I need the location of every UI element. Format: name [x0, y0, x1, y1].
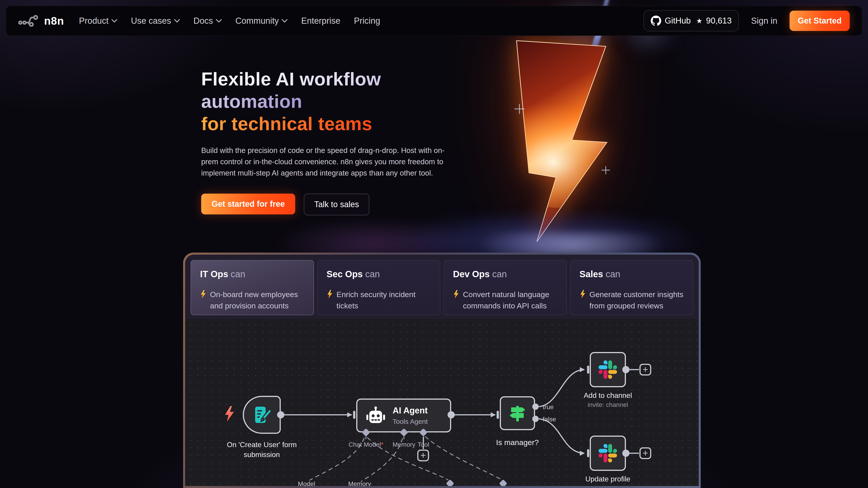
nav-item-use-cases[interactable]: Use cases [131, 16, 180, 26]
signpost-icon [507, 403, 528, 423]
workflow-panel-inner: IT Ops can On-board new employees and pr… [185, 255, 699, 486]
nav-item-docs[interactable]: Docs [193, 16, 222, 26]
chevron-down-icon [282, 19, 287, 23]
chevron-down-icon [174, 19, 180, 23]
use-case-card-sec-ops[interactable]: Sec Ops can Enrich security incident tic… [317, 260, 440, 315]
slack-update-profile-node[interactable] [590, 435, 626, 471]
nav-item-product[interactable]: Product [79, 16, 117, 26]
robot-icon [365, 406, 386, 425]
bolt-icon [580, 290, 586, 298]
connector-label-memory: Memory [393, 441, 415, 448]
trigger-bolt-icon [223, 406, 235, 422]
if-node[interactable] [500, 396, 535, 430]
github-label: GitHub [665, 16, 691, 26]
star-icon: ★ [696, 17, 703, 25]
use-case-tabs: IT Ops can On-board new employees and pr… [191, 260, 693, 315]
slack-bottom-label: Update profile [585, 474, 630, 484]
bottom-label-model: Model [298, 480, 315, 486]
use-case-card-it-ops[interactable]: IT Ops can On-board new employees and pr… [191, 260, 314, 315]
add-node-button[interactable]: + [640, 447, 651, 459]
workflow-panel: IT Ops can On-board new employees and pr… [183, 253, 701, 488]
lightning-bolt-image [500, 34, 626, 246]
card-title: Sales can [580, 269, 684, 279]
hero-title-line1: Flexible AI workflow automation [201, 69, 381, 111]
slack-icon [598, 444, 617, 462]
github-stars-button[interactable]: GitHub ★ 90,613 [644, 10, 739, 31]
hero-section: Flexible AI workflow automation for tech… [201, 68, 459, 215]
required-marker: * [381, 441, 383, 448]
hero-description: Build with the precision of code or the … [201, 145, 446, 179]
if-node-label: Is manager? [496, 437, 539, 447]
branch-label-true: true [543, 403, 554, 411]
branch-label-false: false [543, 416, 556, 423]
bolt-icon [327, 290, 333, 298]
agent-node-subtitle: Tools Agent [393, 418, 428, 425]
add-node-button[interactable]: + [640, 364, 651, 376]
nav-label: Use cases [131, 16, 171, 26]
card-title: IT Ops can [200, 269, 305, 279]
github-icon [651, 15, 661, 26]
use-case-card-dev-ops[interactable]: Dev Ops can Convert natural language com… [443, 260, 567, 315]
form-trigger-node[interactable] [243, 396, 281, 434]
card-title: Dev Ops can [453, 269, 557, 279]
card-title: Sec Ops can [327, 269, 431, 279]
nav-label: Docs [193, 16, 213, 26]
bolt-icon [453, 290, 459, 298]
talk-to-sales-button[interactable]: Talk to sales [304, 194, 369, 215]
main-menu: Product Use cases Docs Community Enterpr… [79, 16, 380, 26]
use-case-card-sales[interactable]: Sales can Generate customer insights fro… [570, 260, 693, 315]
hero-title: Flexible AI workflow automation for tech… [201, 68, 459, 135]
nav-item-pricing[interactable]: Pricing [354, 16, 380, 26]
chevron-down-icon [112, 19, 117, 23]
card-text: On-board new employees and provision acc… [210, 289, 305, 311]
nav-item-enterprise[interactable]: Enterprise [301, 16, 340, 26]
nav-label: Enterprise [301, 16, 340, 26]
ai-agent-node[interactable]: AI Agent Tools Agent [356, 398, 451, 432]
form-node-label: On 'Create User' form submission [212, 440, 311, 459]
github-star-count: 90,613 [706, 16, 732, 26]
card-text: Generate customer insights from grouped … [590, 289, 684, 311]
get-started-button[interactable]: Get Started [789, 11, 850, 31]
n8n-logo-icon [18, 15, 40, 27]
chevron-down-icon [216, 19, 222, 23]
hero-title-line2: for technical teams [201, 113, 372, 134]
nav-label: Pricing [354, 16, 380, 26]
card-text: Convert natural language commands into A… [463, 289, 557, 311]
workflow-canvas[interactable]: On 'Create User' form submission [185, 319, 699, 486]
navbar: n8n Product Use cases Docs Community [6, 6, 862, 36]
sign-in-link[interactable]: Sign in [751, 16, 777, 26]
slack-top-sublabel: invite: channel [587, 401, 628, 409]
bolt-icon [200, 290, 206, 298]
add-tool-button[interactable]: + [417, 450, 429, 461]
slack-add-to-channel-node[interactable] [590, 352, 626, 387]
agent-node-title: AI Agent [393, 406, 428, 416]
get-started-free-button[interactable]: Get started for free [201, 194, 295, 215]
page: n8n Product Use cases Docs Community [0, 0, 868, 488]
form-icon [252, 405, 272, 424]
nav-label: Product [79, 16, 108, 26]
logo-text: n8n [44, 15, 64, 27]
card-text: Enrich security incident tickets [337, 289, 431, 311]
slack-icon [598, 360, 617, 379]
connector-label-chat-model: Chat Model* [348, 441, 383, 448]
nav-item-community[interactable]: Community [235, 16, 287, 26]
bottom-label-memory: Memory [348, 480, 371, 486]
n8n-logo[interactable]: n8n [18, 15, 64, 27]
connector-label-tool: Tool [417, 441, 429, 448]
nav-label: Community [235, 16, 279, 26]
slack-top-label: Add to channel [584, 390, 632, 400]
